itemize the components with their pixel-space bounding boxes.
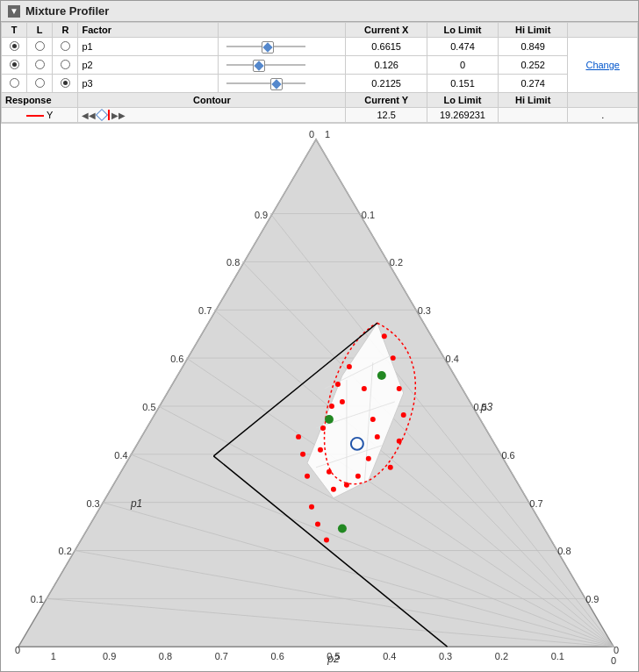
radio-r-p1[interactable] <box>53 38 78 56</box>
svg-text:0: 0 <box>614 645 619 655</box>
slider-p3[interactable] <box>218 75 346 93</box>
svg-text:0.1: 0.1 <box>362 210 375 220</box>
radio-r-p2[interactable] <box>53 56 78 75</box>
radio-t-p2[interactable] <box>2 56 27 75</box>
svg-text:0.4: 0.4 <box>114 450 127 461</box>
data-point <box>300 452 305 457</box>
data-point <box>318 447 323 453</box>
data-point <box>315 522 320 527</box>
data-point <box>309 504 314 510</box>
svg-text:0.9: 0.9 <box>585 594 599 604</box>
col-header-change <box>568 23 638 38</box>
radio-l-p3[interactable] <box>27 75 53 93</box>
radio-r-p3[interactable] <box>53 75 78 93</box>
contour-right-arrow[interactable]: ▶▶ <box>111 111 126 120</box>
contour-slider-cell[interactable]: ◀◀ ▶▶ <box>78 108 346 123</box>
response-y-indicator: Y <box>2 108 78 123</box>
col-header-slider <box>218 23 346 38</box>
svg-text:0.8: 0.8 <box>226 257 240 268</box>
ternary-plot-svg: 0 0.1 0.2 0.3 0.4 0.5 0.6 0.7 0.8 0.9 0 … <box>1 124 638 671</box>
radio-l-p2[interactable] <box>27 56 53 75</box>
currx-p3: 0.2125 <box>346 75 427 93</box>
table-row: p2 0.126 0 0.252 <box>2 56 638 75</box>
main-window: ▼ Mixture Profiler T L R Factor Current … <box>0 0 639 672</box>
data-point <box>344 483 349 488</box>
data-point <box>347 364 352 369</box>
design-point <box>377 371 386 380</box>
data-point <box>382 333 387 339</box>
data-point <box>366 456 371 461</box>
radio-t-p3[interactable] <box>2 75 27 93</box>
col-header-contour: Contour <box>78 93 346 108</box>
title-bar: ▼ Mixture Profiler <box>1 1 638 22</box>
data-point <box>305 474 310 479</box>
currx-p2: 0.126 <box>346 56 427 75</box>
data-point <box>370 417 376 422</box>
hilim-p1: 0.849 <box>498 38 568 56</box>
svg-text:0.7: 0.7 <box>215 651 228 661</box>
window-icon: ▼ <box>8 5 20 18</box>
col-header-r: R <box>53 23 78 38</box>
svg-text:0.2: 0.2 <box>495 651 508 661</box>
svg-text:0.7: 0.7 <box>529 498 542 509</box>
svg-text:0.4: 0.4 <box>383 651 396 661</box>
col-header-lolim: Lo Limit <box>427 23 499 38</box>
svg-text:p3: p3 <box>480 401 493 413</box>
svg-text:p1: p1 <box>130 497 142 510</box>
data-point <box>329 404 334 409</box>
col-header-factor: Factor <box>78 23 218 38</box>
svg-text:0.2: 0.2 <box>390 257 403 268</box>
svg-text:0.7: 0.7 <box>198 305 212 316</box>
axis-label-0-top: 0 <box>309 129 314 139</box>
lolim-p1: 0.474 <box>427 38 499 56</box>
col-header-l: L <box>27 23 53 38</box>
response-header-row: Response Contour Current Y Lo Limit Hi L… <box>2 93 638 108</box>
svg-text:0.1: 0.1 <box>31 594 44 604</box>
data-point <box>391 355 396 361</box>
svg-text:0.9: 0.9 <box>103 651 116 661</box>
svg-text:0.6: 0.6 <box>271 651 284 661</box>
slider-p1[interactable] <box>218 38 346 56</box>
factor-table: T L R Factor Current X Lo Limit Hi Limit <box>1 22 638 123</box>
data-point <box>296 434 301 440</box>
svg-text:0: 0 <box>611 655 616 666</box>
factor-table-container: T L R Factor Current X Lo Limit Hi Limit <box>1 22 638 124</box>
change-link-p1[interactable]: Change <box>568 38 638 93</box>
svg-text:0: 0 <box>15 645 20 655</box>
svg-text:0.3: 0.3 <box>418 305 431 316</box>
col-header-currx: Current X <box>346 23 427 38</box>
svg-text:0.2: 0.2 <box>59 547 72 557</box>
col-header-response-label: Response <box>2 93 78 108</box>
radio-t-p1[interactable] <box>2 38 27 56</box>
lolim-p3: 0.151 <box>427 75 499 93</box>
response-row-y: Y ◀◀ ▶▶ 12.5 19.269231 <box>2 108 638 123</box>
hilim-p3: 0.274 <box>498 75 568 93</box>
data-point <box>324 538 329 543</box>
data-point <box>327 469 332 475</box>
data-point <box>375 434 380 440</box>
contour-marker <box>108 110 110 120</box>
data-point <box>362 386 367 391</box>
svg-text:0.8: 0.8 <box>557 547 571 557</box>
slider-p2[interactable] <box>218 56 346 75</box>
col-header-curry: Current Y <box>346 93 427 108</box>
svg-text:0.3: 0.3 <box>86 498 99 509</box>
factor-name-p2: p2 <box>78 56 218 75</box>
col-header-hilim: Hi Limit <box>498 23 568 38</box>
contour-left-arrow[interactable]: ◀◀ <box>82 111 96 120</box>
svg-text:0.5: 0.5 <box>142 402 155 412</box>
svg-text:1: 1 <box>51 651 56 661</box>
table-row: p3 0.2125 0.151 0.274 <box>2 75 638 93</box>
data-point <box>401 412 406 418</box>
design-point <box>325 415 334 424</box>
svg-text:0.8: 0.8 <box>159 651 172 661</box>
svg-text:0.3: 0.3 <box>439 651 452 661</box>
currx-p1: 0.6615 <box>346 38 427 56</box>
radio-l-p1[interactable] <box>27 38 53 56</box>
data-point <box>397 386 402 391</box>
design-point <box>338 525 347 533</box>
plot-area[interactable]: 0 0.1 0.2 0.3 0.4 0.5 0.6 0.7 0.8 0.9 0 … <box>1 124 638 671</box>
data-point <box>331 487 336 492</box>
factor-name-p1: p1 <box>78 38 218 56</box>
data-point <box>397 439 402 444</box>
